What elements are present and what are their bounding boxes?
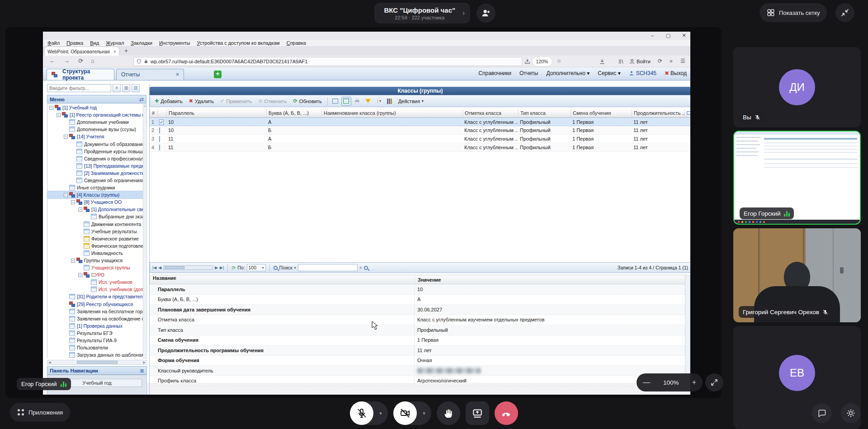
url-bar[interactable]: wp.obr57.ru/#wp-ui-default:E36D0007A6AC4… — [133, 57, 522, 66]
bookmark-star-icon[interactable]: ☆ — [557, 58, 561, 64]
table-row[interactable]: 1✓10АКласс с углубленным ...Профильный1 … — [150, 118, 690, 126]
last-page-icon[interactable]: ▶| — [220, 265, 224, 270]
add-tab-button[interactable]: + — [214, 71, 222, 78]
tree-filter-input[interactable] — [47, 84, 111, 92]
column-header[interactable]: Параллель — [167, 109, 267, 117]
browser-menu-item[interactable]: Справка — [287, 40, 306, 46]
downloads-icon[interactable] — [599, 58, 605, 65]
menu-hamburger-icon[interactable]: ☰ — [680, 58, 685, 64]
table-row[interactable]: 311АКласс с углубленным ...Профильный1 П… — [150, 135, 690, 143]
tree-hscrollbar[interactable]: ◀▶ — [47, 360, 147, 365]
tree-item[interactable]: −[14] Учителя — [47, 133, 143, 140]
tree-item[interactable]: [13] Преподаваемые предметы — [47, 162, 143, 170]
browser-menu-item[interactable]: Закладки — [131, 40, 152, 46]
tree-item[interactable]: Учащиеся группы — [47, 264, 143, 271]
detail-row[interactable]: Отметка классаКласс с углубленным изучен… — [150, 315, 690, 325]
tab-reports[interactable]: Отчеты × — [116, 69, 184, 80]
logout-button[interactable]: ✖ Выход — [665, 70, 687, 76]
detail-row[interactable]: Классный руководитель — [150, 366, 690, 376]
fullscreen-button[interactable] — [705, 373, 723, 391]
tree-item[interactable]: [29] Реестр обучающихся — [47, 301, 143, 308]
column-header[interactable]: Наименование класса (группы) — [322, 109, 463, 117]
menu-panel-header[interactable]: Меню ⇄ — [47, 95, 146, 104]
tree-item[interactable]: Исп. учебников (дополн — [47, 286, 143, 293]
tree-item[interactable]: Дополненные вузы (ссузы) — [47, 126, 143, 133]
tree-item[interactable]: −[1] Реестр организаций системы обр — [47, 111, 143, 118]
tree-item[interactable]: −[1] Учебный год — [47, 104, 143, 111]
view-grid-detail-button[interactable] — [341, 97, 351, 106]
filter-button[interactable] — [363, 97, 373, 106]
tab-close-icon[interactable]: × — [176, 71, 179, 78]
отменить-button[interactable]: ⊘Отменить — [255, 97, 289, 105]
shield-icon[interactable] — [137, 59, 142, 64]
tree-item[interactable]: −[1] Дополнительные сведен — [47, 206, 143, 213]
row-checkbox[interactable]: ✓ — [159, 119, 164, 125]
home-icon[interactable]: ⌂ — [91, 57, 94, 64]
column-header[interactable]: Тип класса — [519, 109, 571, 117]
detail-row[interactable]: Плановая дата завершения обучения30.06.2… — [150, 305, 690, 315]
tree-item[interactable]: Результаты ЕГЭ — [47, 330, 143, 337]
raise-hand-button[interactable] — [437, 401, 460, 425]
tree-expand-button[interactable]: ⊞ — [122, 84, 130, 92]
tree-expander-icon[interactable]: − — [78, 207, 82, 212]
search-label[interactable]: Поиск — [279, 265, 292, 270]
tree-item[interactable]: Заявления на освобождение от о — [47, 315, 143, 322]
collapse-panel-icon[interactable]: ≋ — [140, 368, 144, 374]
participant-tile-screenshare[interactable]: Егор Горский — [733, 131, 861, 225]
применить-button[interactable]: ✔Применить — [217, 97, 255, 105]
zoom-out-button[interactable]: — — [643, 378, 650, 387]
export-menu-button[interactable]: ↑▾ — [374, 97, 384, 106]
tab-close-icon[interactable]: × — [113, 49, 116, 54]
tree-item[interactable]: [1] Проверка данных — [47, 322, 143, 330]
row-checkbox[interactable] — [159, 145, 160, 151]
window-maximize-button[interactable]: ▢ — [665, 33, 672, 38]
browser-menu-item[interactable]: Правка — [66, 40, 83, 46]
tree-item[interactable]: Загрузка данных по шаблонам и — [47, 351, 143, 358]
row-checkbox[interactable] — [159, 127, 160, 133]
show-grid-button[interactable]: Показать сетку — [760, 3, 827, 22]
filter-clear-button[interactable]: × — [113, 84, 121, 92]
share-screen-button[interactable] — [466, 401, 489, 425]
detail-row[interactable]: Форма обученияОчная — [150, 356, 690, 366]
tree-item[interactable]: Заявления на бесплатное горяче — [47, 308, 143, 315]
search-go-icon[interactable] — [364, 266, 368, 270]
tab-structure[interactable]: Структура проекта — [47, 69, 114, 80]
detail-row[interactable]: Продолжительность программы обучения11 л… — [150, 345, 690, 356]
participant-tile-you[interactable]: ДИ Вы — [733, 47, 861, 127]
hangup-button[interactable] — [495, 401, 518, 425]
tree-scrollbar[interactable]: ∧ — [143, 104, 147, 358]
back-icon[interactable]: ← — [49, 57, 55, 64]
tree-item[interactable]: Документы об образовании — [47, 140, 143, 147]
window-minimize-button[interactable]: – — [649, 33, 656, 38]
удалить-button[interactable]: ✖Удалить — [186, 97, 217, 105]
tree-item[interactable]: Сведения о профессионально — [47, 155, 143, 162]
participant-tile-video[interactable]: Григорий Сергевич Орехов — [733, 228, 861, 322]
tree-item[interactable]: [2] Занимаемые должности — [47, 170, 143, 177]
обновить-button[interactable]: ⟳Обновить — [291, 97, 325, 105]
menu-additional[interactable]: Дополнительно ▾ — [546, 70, 590, 76]
call-title-block[interactable]: ВКС "Цифровой час" 22:59 · 222 участника… — [374, 3, 470, 24]
camera-button[interactable]: ▾ — [393, 401, 431, 425]
tree-item[interactable]: Учебные результаты — [47, 228, 143, 235]
actions-button[interactable]: Действия ▾ — [396, 98, 426, 105]
tree-expander-icon[interactable]: − — [71, 259, 75, 263]
browser-login-label[interactable]: Войти — [637, 59, 651, 64]
tree-item[interactable]: Выбранные дни экзаме — [47, 213, 143, 220]
column-header[interactable]: Отметка класса — [463, 109, 519, 117]
camera-options-chevron[interactable]: ▾ — [417, 410, 431, 416]
detail-scrollbar[interactable] — [685, 275, 690, 387]
account-icon[interactable] — [629, 58, 635, 65]
zoom-in-button[interactable]: + — [692, 378, 696, 387]
pager-refresh-icon[interactable]: ⟳ — [231, 265, 236, 270]
tree-item[interactable]: Инвалидность — [47, 250, 143, 257]
menu-reports[interactable]: Отчеты — [519, 70, 538, 76]
tree-expander-icon[interactable]: − — [64, 135, 68, 139]
pager-slider[interactable] — [163, 265, 213, 270]
new-tab-button[interactable]: + — [124, 47, 128, 54]
add-participant-button[interactable] — [476, 4, 495, 23]
tree-item[interactable]: Пользователи — [47, 344, 143, 351]
browser-menu-item[interactable]: Вид — [90, 40, 99, 46]
browser-menu-item[interactable]: Устройства с доступом ко вкладкам — [197, 40, 280, 46]
menu-references[interactable]: Справочники — [478, 70, 511, 76]
tree-item[interactable]: −[4] Классы (группы) — [47, 191, 143, 198]
